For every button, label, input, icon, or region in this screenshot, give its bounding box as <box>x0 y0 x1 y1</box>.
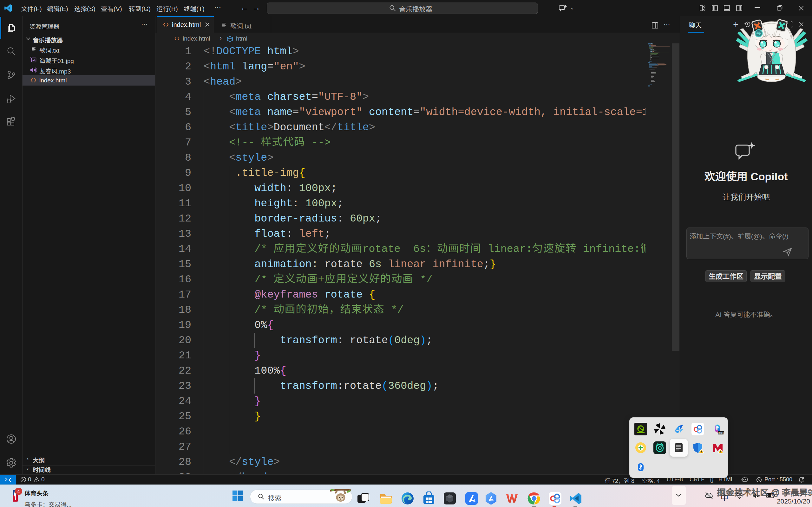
svg-text:M365: M365 <box>718 432 724 435</box>
